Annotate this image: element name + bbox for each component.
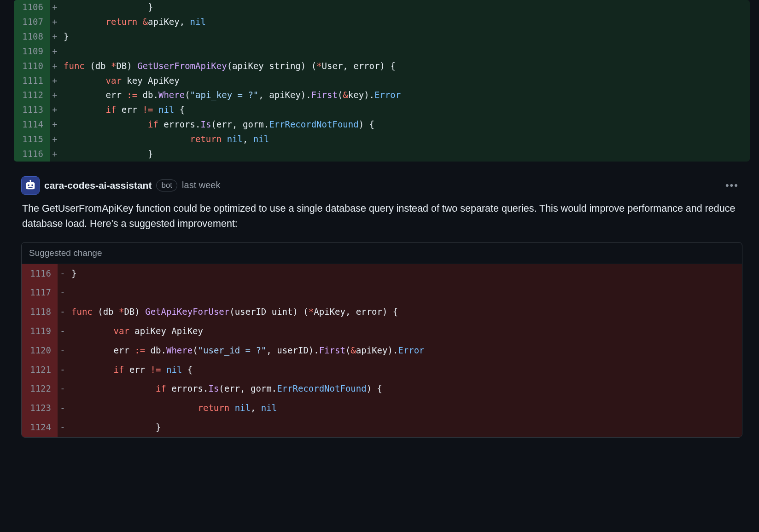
code-line[interactable]: 1116+ } (14, 147, 750, 162)
code-line[interactable]: 1114+ if errors.Is(err, gorm.ErrRecordNo… (14, 117, 750, 132)
diff-mark: + (50, 15, 60, 29)
code-line[interactable]: 1115+ return nil, nil (14, 132, 750, 147)
diff-mark: + (50, 44, 60, 59)
bot-badge: bot (156, 179, 177, 191)
line-number: 1106 (14, 0, 50, 15)
code-line[interactable]: 1106+ } (14, 0, 750, 15)
diff-mark: - (58, 379, 68, 399)
line-content: } (68, 264, 742, 283)
line-content: if err != nil { (68, 360, 742, 380)
code-line[interactable]: 1116-} (22, 264, 742, 283)
line-content (60, 44, 750, 59)
line-number: 1114 (14, 117, 50, 132)
diff-added-block: 1106+ }1107+ return &apiKey, nil1108+}11… (14, 0, 750, 162)
line-number: 1107 (14, 15, 50, 29)
line-content: return &apiKey, nil (60, 15, 750, 29)
line-content: var key ApiKey (60, 74, 750, 88)
code-line[interactable]: 1120- err := db.Where("user_id = ?", use… (22, 341, 742, 360)
line-number: 1124 (22, 418, 58, 437)
line-content: } (60, 147, 750, 162)
avatar[interactable] (21, 176, 40, 195)
comment-body: The GetUserFromApiKey function could be … (22, 201, 742, 232)
suggested-change-label: Suggested change (22, 243, 742, 264)
code-line[interactable]: 1113+ if err != nil { (14, 103, 750, 117)
diff-mark: - (58, 264, 68, 283)
line-content: func (db *DB) GetUserFromApiKey(apiKey s… (60, 59, 750, 74)
diff-mark: + (50, 29, 60, 44)
line-number: 1120 (22, 341, 58, 360)
line-content: return nil, nil (68, 399, 742, 418)
line-content: return nil, nil (60, 132, 750, 147)
line-content: var apiKey ApiKey (68, 322, 742, 341)
diff-mark: + (50, 147, 60, 162)
comment-header: cara-codes-ai-assistant bot last week ••… (21, 176, 742, 195)
comment-timestamp[interactable]: last week (182, 180, 220, 191)
line-number: 1121 (22, 360, 58, 380)
code-line[interactable]: 1108+} (14, 29, 750, 44)
suggestion-diff: 1116-}1117-1118-func (db *DB) GetApiKeyF… (22, 264, 742, 437)
code-line[interactable]: 1121- if err != nil { (22, 360, 742, 380)
line-number: 1108 (14, 29, 50, 44)
line-content: } (60, 29, 750, 44)
code-line[interactable]: 1112+ err := db.Where("api_key = ?", api… (14, 88, 750, 103)
svg-rect-3 (28, 187, 32, 188)
code-line[interactable]: 1119- var apiKey ApiKey (22, 322, 742, 341)
line-number: 1118 (22, 302, 58, 322)
line-content: func (db *DB) GetApiKeyForUser(userID ui… (68, 302, 742, 322)
code-line[interactable]: 1111+ var key ApiKey (14, 74, 750, 88)
line-number: 1110 (14, 59, 50, 74)
diff-mark: - (58, 302, 68, 322)
code-line[interactable]: 1124- } (22, 418, 742, 437)
line-number: 1117 (22, 283, 58, 302)
diff-mark: - (58, 418, 68, 437)
line-number: 1119 (22, 322, 58, 341)
kebab-menu-icon[interactable]: ••• (722, 178, 742, 193)
line-content: } (68, 418, 742, 437)
comment-author[interactable]: cara-codes-ai-assistant (44, 180, 152, 191)
line-content: if err != nil { (60, 103, 750, 117)
line-number: 1116 (22, 264, 58, 283)
line-content: } (60, 0, 750, 15)
diff-mark: + (50, 74, 60, 88)
review-comment: cara-codes-ai-assistant bot last week ••… (14, 171, 750, 438)
bot-avatar-icon (24, 179, 37, 192)
line-number: 1113 (14, 103, 50, 117)
diff-mark: - (58, 360, 68, 380)
code-line[interactable]: 1110+func (db *DB) GetUserFromApiKey(api… (14, 59, 750, 74)
svg-rect-0 (26, 182, 35, 189)
line-number: 1111 (14, 74, 50, 88)
line-number: 1112 (14, 88, 50, 103)
svg-rect-2 (31, 185, 33, 186)
diff-mark: - (58, 399, 68, 418)
svg-rect-1 (28, 185, 29, 186)
diff-mark: + (50, 88, 60, 103)
suggested-change-box: Suggested change 1116-}1117-1118-func (d… (21, 242, 742, 438)
code-line[interactable]: 1109+ (14, 44, 750, 59)
svg-point-5 (29, 180, 31, 181)
line-number: 1115 (14, 132, 50, 147)
diff-mark: - (58, 341, 68, 360)
diff-mark: - (58, 322, 68, 341)
line-content: err := db.Where("user_id = ?", userID).F… (68, 341, 742, 360)
code-line[interactable]: 1117- (22, 283, 742, 302)
line-content: err := db.Where("api_key = ?", apiKey).F… (60, 88, 750, 103)
line-content: if errors.Is(err, gorm.ErrRecordNotFound… (68, 379, 742, 399)
diff-mark: + (50, 59, 60, 74)
code-line[interactable]: 1122- if errors.Is(err, gorm.ErrRecordNo… (22, 379, 742, 399)
line-number: 1123 (22, 399, 58, 418)
line-number: 1109 (14, 44, 50, 59)
line-content: if errors.Is(err, gorm.ErrRecordNotFound… (60, 117, 750, 132)
diff-mark: - (58, 283, 68, 302)
code-line[interactable]: 1123- return nil, nil (22, 399, 742, 418)
line-content (68, 283, 742, 302)
code-line[interactable]: 1118-func (db *DB) GetApiKeyForUser(user… (22, 302, 742, 322)
line-number: 1116 (14, 147, 50, 162)
line-number: 1122 (22, 379, 58, 399)
code-line[interactable]: 1107+ return &apiKey, nil (14, 15, 750, 29)
diff-mark: + (50, 103, 60, 117)
diff-mark: + (50, 132, 60, 147)
diff-mark: + (50, 117, 60, 132)
diff-mark: + (50, 0, 60, 15)
